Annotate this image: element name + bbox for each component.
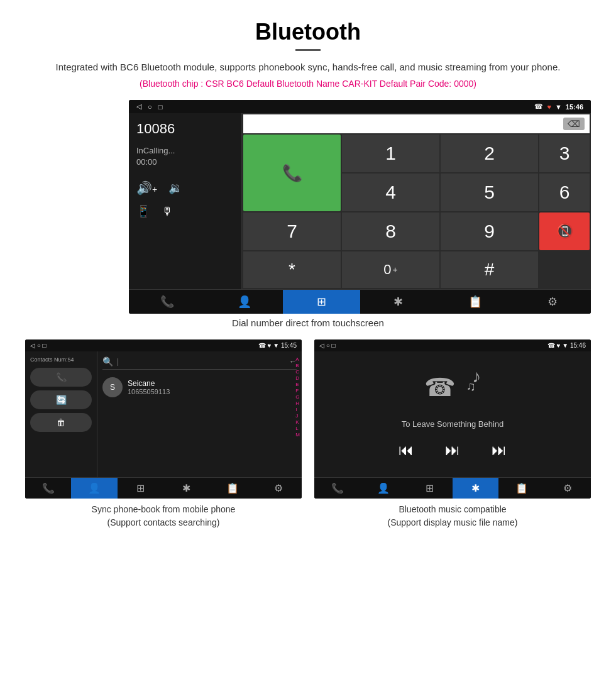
cnav-contacts[interactable]: 👤: [71, 478, 117, 499]
key-6[interactable]: 6: [539, 174, 590, 211]
vol-up-ctrl[interactable]: 🔊+: [136, 180, 157, 196]
backspace-key[interactable]: ⌫: [563, 118, 585, 130]
call-button[interactable]: 📞: [243, 135, 341, 211]
key-5[interactable]: 5: [441, 174, 538, 211]
music-caption: Bluetooth music compatible(Support displ…: [314, 503, 591, 529]
music-note-icon2: ♫: [466, 379, 476, 394]
alphabet-sidebar: A B C D E F G H I J K L M: [295, 356, 300, 438]
key-0[interactable]: 0+: [342, 251, 439, 288]
left-call-panel: 10086 InCalling... 00:00 🔊+ 🔉 📱 🎙: [129, 113, 242, 289]
incoming-number: 10086: [136, 121, 234, 137]
car-statusbar: ◁○□ ☎♥▼15:46: [129, 100, 591, 113]
page-specs: (Bluetooth chip : CSR BC6 Default Blueto…: [25, 79, 591, 89]
key-7[interactable]: 7: [243, 212, 341, 250]
cnav-dialpad[interactable]: ⊞: [118, 478, 163, 499]
key-1[interactable]: 1: [342, 135, 439, 172]
contact-search-row: 🔍 ←: [102, 356, 297, 370]
search-icon: 🔍: [102, 356, 113, 367]
contacts-list-panel: 🔍 ← S Seicane 10655059113 A: [97, 351, 302, 477]
contacts-screen-wrapper: ◁ ○ □ ☎ ♥ ▼ 15:45 Contacts Num:54 📞 🔄 🗑 …: [25, 339, 302, 529]
mnav-dialpad[interactable]: ⊞: [407, 478, 453, 499]
bottom-screenshots-row: ◁ ○ □ ☎ ♥ ▼ 15:45 Contacts Num:54 📞 🔄 🗑 …: [25, 339, 591, 529]
delete-btn[interactable]: 🗑: [30, 413, 92, 432]
dialpad-area: ⌫ 1 2 3 📞 4 5 6 7 8 9 📵: [242, 113, 591, 289]
car-main-body: 10086 InCalling... 00:00 🔊+ 🔉 📱 🎙 ⌫: [129, 113, 591, 289]
mnav-bt[interactable]: ✱: [453, 478, 498, 499]
mic-ctrl[interactable]: 🎙: [162, 205, 173, 218]
nav-phone-link[interactable]: 📋: [437, 290, 514, 314]
main-caption: Dial number direct from touchscreen: [25, 317, 591, 328]
call-btn[interactable]: 📞: [30, 368, 92, 387]
cnav-calls[interactable]: 📞: [25, 478, 71, 499]
contacts-left-panel: Contacts Num:54 📞 🔄 🗑: [25, 351, 97, 477]
contact-avatar: S: [102, 377, 123, 397]
key-4[interactable]: 4: [342, 174, 439, 211]
contacts-count: Contacts Num:54: [30, 356, 92, 363]
car-navbar: 📞 👤 ⊞ ✱ 📋 ⚙: [129, 289, 591, 314]
call-status-text: InCalling...: [136, 146, 234, 155]
car-unit-full: ◁○□ ☎♥▼15:46 10086 InCalling... 00:00 🔊+…: [129, 100, 591, 314]
playback-controls: ⏮ ⏭ ⏭: [399, 441, 507, 459]
call-timer: 00:00: [136, 157, 234, 167]
music-screen-wrapper: ◁ ○ □ ☎ ♥ ▼ 15:46 ☎ ♪ ♫ To Leave Somethi…: [314, 339, 591, 529]
contact-search-input[interactable]: [117, 357, 285, 366]
key-9[interactable]: 9: [441, 212, 538, 250]
key-hash[interactable]: #: [441, 251, 538, 288]
page-description: Integrated with BC6 Bluetooth module, su…: [25, 60, 591, 75]
nav-contacts[interactable]: 👤: [206, 290, 283, 314]
keys-grid: 1 2 3 📞 4 5 6 7 8 9 📵: [243, 135, 590, 250]
bottom-keys-row: * 0+ #: [243, 251, 590, 288]
next-button[interactable]: ⏭: [492, 441, 507, 459]
phone-icon: ☎: [424, 373, 456, 402]
contacts-navbar: 📞 👤 ⊞ ✱ 📋 ⚙: [25, 477, 302, 499]
prev-button[interactable]: ⏮: [399, 441, 414, 459]
contacts-caption: Sync phone-book from mobile phone(Suppor…: [25, 503, 302, 529]
mnav-contacts[interactable]: 👤: [360, 478, 406, 499]
music-body: ☎ ♪ ♫ To Leave Something Behind ⏮ ⏭ ⏭: [314, 351, 591, 477]
page-title: Bluetooth: [25, 19, 591, 45]
music-screen: ◁ ○ □ ☎ ♥ ▼ 15:46 ☎ ♪ ♫ To Leave Somethi…: [314, 339, 591, 499]
cnav-link[interactable]: 📋: [209, 478, 255, 499]
key-3[interactable]: 3: [539, 135, 590, 172]
nav-calls[interactable]: 📞: [129, 290, 206, 314]
dialpad-input-row: ⌫: [243, 114, 590, 133]
nav-bluetooth[interactable]: ✱: [360, 290, 437, 314]
cnav-bt[interactable]: ✱: [163, 478, 209, 499]
mnav-calls[interactable]: 📞: [314, 478, 360, 499]
title-underline: [295, 49, 321, 51]
contact-item[interactable]: S Seicane 10655059113: [102, 375, 297, 400]
contact-phone: 10655059113: [128, 388, 170, 395]
contact-name: Seicane: [128, 379, 170, 388]
play-button[interactable]: ⏭: [445, 441, 460, 459]
mnav-settings[interactable]: ⚙: [545, 478, 591, 499]
music-visual: ☎ ♪ ♫: [424, 367, 481, 411]
hangup-button[interactable]: 📵: [539, 212, 590, 250]
mnav-link[interactable]: 📋: [498, 478, 544, 499]
key-2[interactable]: 2: [441, 135, 538, 172]
transfer-ctrl[interactable]: 📱: [136, 204, 150, 218]
vol-down-ctrl[interactable]: 🔉: [168, 181, 182, 195]
key-8[interactable]: 8: [342, 212, 439, 250]
nav-settings[interactable]: ⚙: [514, 290, 591, 314]
music-navbar: 📞 👤 ⊞ ✱ 📋 ⚙: [314, 477, 591, 499]
cnav-settings[interactable]: ⚙: [256, 478, 302, 499]
song-title: To Leave Something Behind: [402, 419, 504, 429]
key-star2[interactable]: *: [243, 251, 341, 288]
sync-btn[interactable]: 🔄: [30, 390, 92, 409]
nav-dialpad[interactable]: ⊞: [283, 290, 360, 314]
contacts-screen: ◁ ○ □ ☎ ♥ ▼ 15:45 Contacts Num:54 📞 🔄 🗑 …: [25, 339, 302, 499]
